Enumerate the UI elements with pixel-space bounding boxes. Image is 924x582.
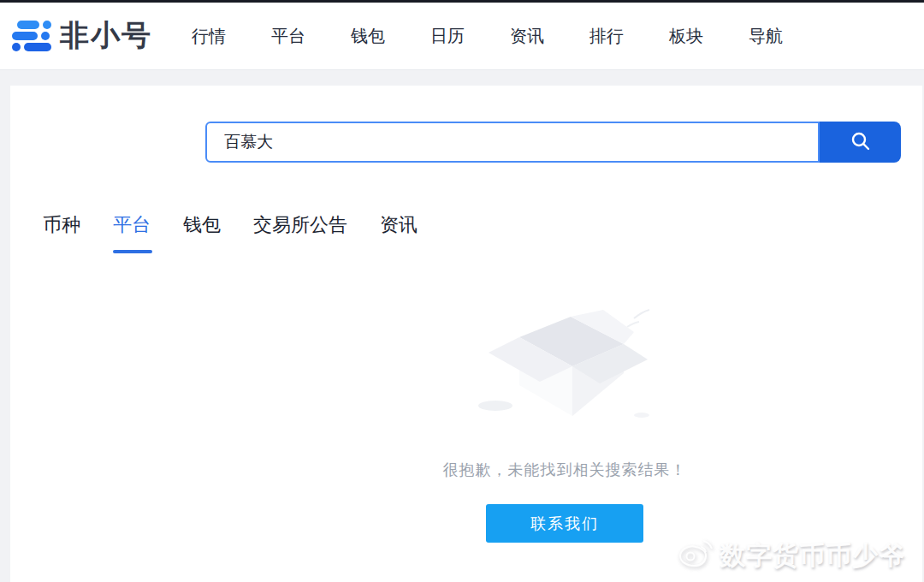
tab-coins[interactable]: 币种 [43,212,80,253]
nav-item-platform[interactable]: 平台 [271,25,305,48]
nav-item-news[interactable]: 资讯 [510,25,544,48]
nav-item-quotes[interactable]: 行情 [192,25,226,48]
nav-item-wallet[interactable]: 钱包 [351,25,385,48]
empty-box-icon [466,300,663,432]
search-results-panel: 币种 平台 钱包 交易所公告 资讯 [10,86,922,582]
nav-item-directory[interactable]: 导航 [749,25,783,48]
feixiaohao-bars-icon [10,19,51,53]
logo[interactable]: 非小号 [10,16,152,56]
search-icon [850,130,872,155]
watermark: 数字货币币少爷 [677,537,905,573]
watermark-text: 数字货币币少爷 [720,538,905,573]
weibo-icon [677,537,714,573]
nav-item-calendar[interactable]: 日历 [430,25,465,48]
no-results-message: 很抱歉，未能找到相关搜索结果！ [443,460,687,480]
tab-wallets[interactable]: 钱包 [183,212,221,253]
empty-state: 很抱歉，未能找到相关搜索结果！ 联系我们 [216,300,914,543]
nav-item-sectors[interactable]: 板块 [669,25,703,48]
header: 非小号 行情 平台 钱包 日历 资讯 排行 板块 导航 [0,3,924,70]
search-input[interactable] [205,122,820,163]
search-button[interactable] [820,122,901,163]
main-nav: 行情 平台 钱包 日历 资讯 排行 板块 导航 [192,25,783,48]
contact-us-button[interactable]: 联系我们 [486,504,643,543]
result-category-tabs: 币种 平台 钱包 交易所公告 资讯 [43,212,418,253]
tab-platforms[interactable]: 平台 [113,212,151,253]
tab-news[interactable]: 资讯 [380,212,418,253]
nav-item-ranking[interactable]: 排行 [589,25,624,48]
logo-text: 非小号 [60,16,152,56]
search-bar [205,122,901,163]
tab-exchange-announcements[interactable]: 交易所公告 [253,212,347,253]
